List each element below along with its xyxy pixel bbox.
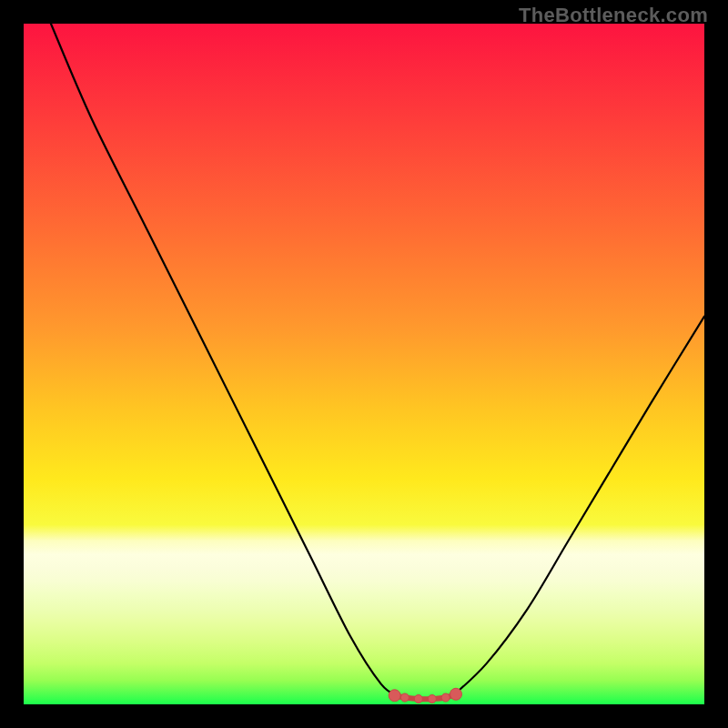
marker-dot: [400, 693, 409, 702]
marker-end-dot: [389, 690, 400, 702]
marker-end-dot: [450, 688, 461, 700]
bottom-marker-cluster: [389, 688, 461, 703]
curve-right-branch: [452, 317, 704, 696]
chart-frame: TheBottleneck.com: [0, 0, 728, 728]
marker-dot: [441, 693, 450, 702]
marker-dot: [428, 695, 436, 703]
curve-left-branch: [51, 24, 398, 696]
marker-dot: [414, 695, 422, 703]
chart-svg: [24, 24, 704, 704]
